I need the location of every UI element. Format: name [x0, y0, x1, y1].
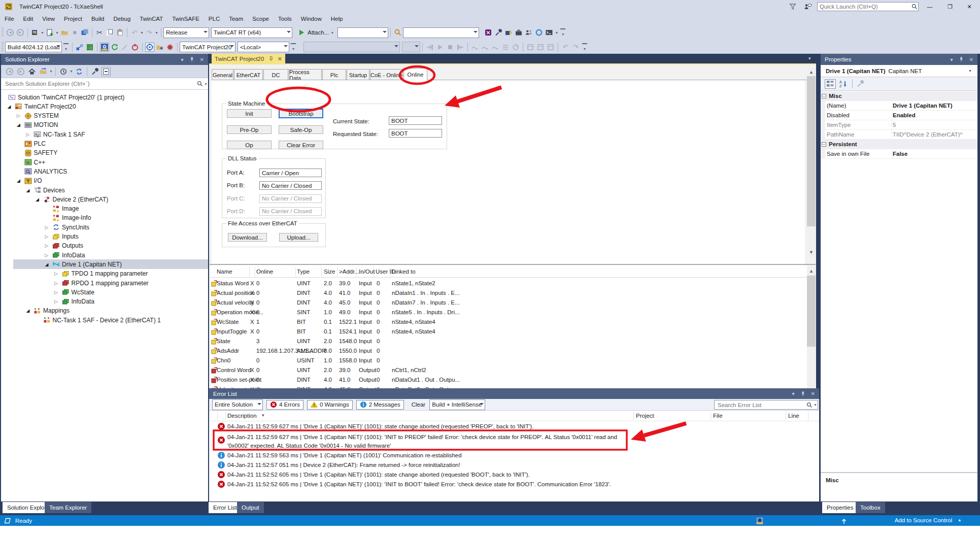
plc-undo-icon[interactable]: ↶ [561, 43, 570, 52]
clear-button[interactable]: Clear [408, 401, 429, 408]
expand-icon[interactable]: ▷ [44, 243, 50, 248]
scan-icon[interactable] [120, 43, 129, 52]
chevron-down-icon[interactable]: ▾ [40, 28, 45, 37]
grid-col-linkedto[interactable]: Linked to [392, 269, 416, 275]
tree-item-image[interactable]: Image [1, 204, 208, 214]
vs-tool-icon[interactable] [484, 28, 493, 37]
properties-object-row[interactable]: Drive 1 (Capitan NET) Capitan NET ▾ [821, 65, 977, 77]
collapse-icon[interactable]: ◢ [25, 308, 31, 313]
tree-item-inputs[interactable]: ▷Inputs [1, 232, 208, 242]
quick-launch-input[interactable] [818, 4, 911, 10]
expand-icon[interactable]: ▷ [44, 253, 50, 258]
chevron-down-icon[interactable]: ▾ [554, 28, 559, 37]
expand-icon[interactable]: ▷ [25, 132, 31, 137]
menu-window[interactable]: Window [296, 14, 326, 23]
property-category[interactable]: −Persistent [821, 140, 977, 149]
step-out-icon[interactable] [491, 43, 500, 52]
tab-error-list[interactable]: Error List [209, 502, 242, 513]
pin-icon[interactable] [800, 391, 806, 397]
tab-dc[interactable]: DC [263, 69, 288, 80]
grid-col-inout[interactable]: In/Out [359, 269, 375, 275]
grid-row-operation-mode[interactable]: Operation mode...X0SINT1.049.0Input0nSta… [210, 308, 807, 317]
collapse-icon[interactable]: ◢ [25, 188, 31, 193]
grid-row-velocity-set-point[interactable]: Velocity set-pointX0DINT4.045.0Output0nD… [210, 385, 807, 388]
console-tool-icon[interactable] [545, 28, 554, 37]
tree-item-infodata[interactable]: ▷InfoData [1, 297, 208, 307]
grid-row-wcstate[interactable]: WcStateX1BIT0.11522.1Input0nState4, nSta… [210, 317, 807, 327]
tree-item-syncunits[interactable]: ▷SyncUnits [1, 222, 208, 232]
menu-view[interactable]: View [38, 14, 59, 23]
op-button[interactable]: Op [227, 141, 272, 149]
tab-general[interactable]: General [212, 69, 233, 80]
chevron-down-icon[interactable]: ▾ [140, 28, 144, 37]
tab-plc[interactable]: Plc [322, 69, 346, 80]
feedback-icon[interactable] [803, 2, 813, 11]
chevron-down-icon[interactable]: ▾ [154, 28, 159, 37]
property-row-name[interactable]: (Name)Drive 1 (Capitan NET) [821, 101, 977, 111]
window-position-icon[interactable]: ▾ [951, 57, 953, 62]
paste-icon[interactable] [115, 28, 124, 37]
minimize-button[interactable]: — [926, 4, 933, 10]
grid-row-chn0[interactable]: Chn00USINT1.01558.0Input0 [210, 356, 807, 365]
grid-row-control-word[interactable]: Control WordX0UINT2.039.0Output0nCtrl1, … [210, 365, 807, 375]
toolbar-overflow-icon[interactable]: ▾ [582, 43, 587, 51]
reload-devices-icon[interactable] [110, 43, 119, 52]
grid-row-status-word[interactable]: Status WordX0UINT2.039.0Input0nState1, n… [210, 279, 807, 288]
tab-online[interactable]: Online [403, 68, 427, 80]
pin-icon[interactable] [958, 56, 964, 62]
plc-project-combo[interactable] [303, 42, 400, 52]
export-tool-icon[interactable] [504, 28, 513, 37]
errors-filter-button[interactable]: 4 Errors [266, 400, 303, 410]
error-row[interactable]: 04-Jan-21 11:52:59 627 ms | 'Drive 1 (Ca… [209, 431, 819, 450]
tree-item-c[interactable]: %C++ [1, 157, 208, 167]
chevron-down-icon[interactable]: ▾ [330, 28, 334, 37]
plc-login-icon[interactable] [425, 43, 434, 52]
config-mode-icon[interactable] [100, 43, 109, 52]
col-project[interactable]: Project [636, 413, 654, 419]
save-icon[interactable]: ■ [70, 28, 79, 37]
tree-item-nc-task-1-saf[interactable]: ▷NC-Task 1 SAF [1, 129, 208, 139]
background-tasks-icon[interactable] [3, 516, 12, 525]
clear-error-button[interactable]: Clear Error [279, 141, 323, 149]
menu-twincat[interactable]: TwinCAT [135, 14, 167, 23]
attach-button[interactable]: Attach... [308, 29, 329, 36]
tree-item-plc[interactable]: PLC [1, 139, 208, 149]
property-category[interactable]: −Misc [821, 91, 977, 101]
document-tab[interactable]: TwinCAT Project20 ✕ [212, 54, 285, 63]
home-icon[interactable] [27, 67, 37, 76]
help-tool-icon[interactable] [534, 28, 544, 37]
flow-control-icon[interactable] [511, 43, 520, 52]
grid-col-online[interactable]: Online [256, 269, 273, 275]
window-position-icon[interactable]: ▾ [181, 57, 184, 62]
sort-alphabetical-icon[interactable]: AZ [838, 79, 849, 89]
community-tool-icon[interactable] [524, 28, 533, 37]
error-scope-combo[interactable]: Entire Solution [212, 399, 263, 410]
chevron-down-icon[interactable]: ▾ [204, 80, 208, 88]
breakpoints-icon[interactable] [501, 43, 510, 52]
plc-start-icon[interactable] [435, 43, 445, 52]
link-icon[interactable] [75, 43, 84, 52]
init-button[interactable]: Init [227, 109, 272, 118]
expand-icon[interactable]: ▷ [53, 299, 59, 304]
tab-output[interactable]: Output [237, 502, 264, 513]
tab-coe-online[interactable]: CoE - Online [370, 69, 403, 80]
find-in-files-icon[interactable] [393, 28, 402, 37]
menu-help[interactable]: Help [326, 14, 348, 23]
tree-item-analytics[interactable]: ANALYTICS [1, 166, 208, 176]
splitter[interactable] [210, 264, 816, 265]
plc-redo-icon[interactable]: ↷ [571, 43, 580, 52]
expand-icon[interactable]: ▷ [53, 281, 59, 286]
grid-col-name[interactable]: Name [217, 269, 232, 275]
current-state-field[interactable]: BOOT [389, 116, 442, 125]
grid-row-actual-velocity[interactable]: Actual velocityX0DINT4.045.0Input0nDataI… [210, 298, 807, 308]
grid-row-position-set-point[interactable]: Position set-pointX0DINT4.041.0Output0nD… [210, 375, 807, 385]
collapse-icon[interactable]: − [822, 94, 826, 98]
copy-icon[interactable] [105, 28, 114, 37]
clean-icon[interactable] [546, 43, 555, 52]
tree-item-device-2-ethercat[interactable]: ◢Device 2 (EtherCAT) [1, 194, 208, 204]
twincat-build-combo[interactable]: Build 4024.12 (Loaded) [5, 42, 62, 52]
collapse-icon[interactable]: − [822, 142, 826, 147]
project-combo[interactable]: TwinCAT Project20 [180, 42, 235, 52]
source-control-chevron-icon[interactable]: ▴ [958, 517, 961, 522]
pre-op-button[interactable]: Pre-Op [227, 125, 272, 134]
